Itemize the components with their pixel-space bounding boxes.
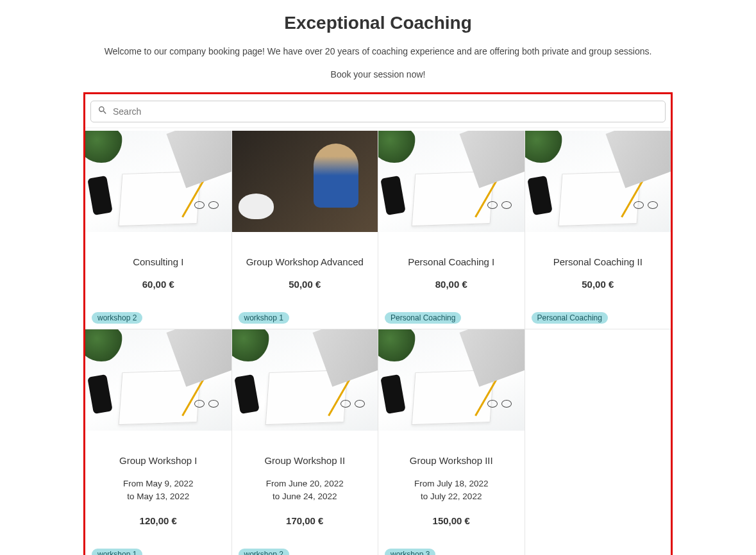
search-field[interactable] [90,101,666,122]
service-thumbnail [85,131,231,232]
service-title: Consulting I [92,256,225,267]
service-thumbnail [232,329,378,431]
service-title: Group Workshop III [385,455,518,466]
service-card[interactable]: Group Workshop Advanced50,00 €workshop 1 [232,131,378,329]
service-tag[interactable]: workshop 1 [92,549,142,556]
service-tag[interactable]: workshop 2 [239,549,289,556]
service-tag[interactable]: Personal Coaching [532,312,608,324]
services-panel: Consulting I60,00 €workshop 2Group Works… [83,92,673,555]
service-thumbnail [378,329,525,431]
service-card[interactable]: Group Workshop IIIFrom July 18, 2022to J… [378,329,525,555]
service-tag[interactable]: workshop 2 [92,312,142,324]
service-title: Personal Coaching II [532,256,665,267]
cta-text: Book your session now! [0,69,756,79]
service-title: Personal Coaching I [385,256,518,267]
service-card[interactable]: Personal Coaching II50,00 €Personal Coac… [525,131,671,329]
service-tag[interactable]: Personal Coaching [385,312,461,324]
service-thumbnail [85,329,231,431]
service-card[interactable]: Group Workshop IIFrom June 20, 2022to Ju… [232,329,378,555]
service-dates: From June 20, 2022to June 24, 2022 [239,477,372,504]
service-dates: From May 9, 2022to May 13, 2022 [92,477,225,504]
page-title: Exceptional Coaching [0,13,756,33]
service-price: 120,00 € [92,515,225,526]
service-card[interactable]: Group Workshop IFrom May 9, 2022to May 1… [85,329,231,555]
service-price: 50,00 € [532,279,665,290]
service-dates: From July 18, 2022to July 22, 2022 [385,477,518,504]
service-title: Group Workshop II [239,455,372,466]
service-thumbnail [232,131,378,232]
service-price: 60,00 € [92,279,225,290]
service-thumbnail [378,131,525,232]
service-title: Group Workshop Advanced [239,256,372,267]
service-tag[interactable]: workshop 1 [239,312,289,324]
service-price: 150,00 € [385,515,518,526]
service-card[interactable]: Consulting I60,00 €workshop 2 [85,131,231,329]
service-tag[interactable]: workshop 3 [385,549,435,556]
empty-cell [525,329,671,555]
service-title: Group Workshop I [92,455,225,466]
service-price: 80,00 € [385,279,518,290]
service-thumbnail [525,131,671,232]
service-price: 50,00 € [239,279,372,290]
service-price: 170,00 € [239,515,372,526]
intro-text: Welcome to our company booking page! We … [0,46,756,56]
search-icon [97,105,113,118]
search-input[interactable] [113,106,659,117]
service-card[interactable]: Personal Coaching I80,00 €Personal Coach… [378,131,525,329]
